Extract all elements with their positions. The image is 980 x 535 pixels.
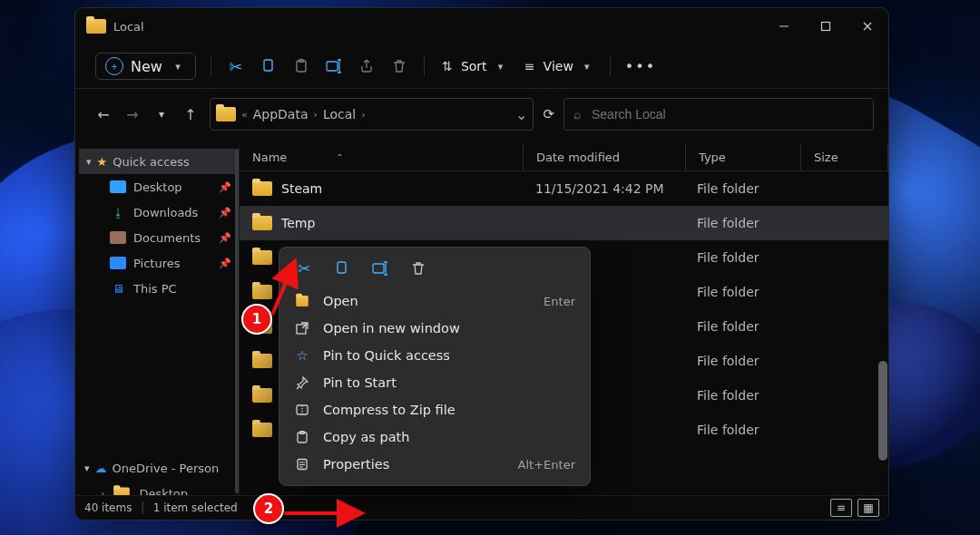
refresh-button[interactable]: ⟳ <box>543 106 554 122</box>
folder-icon <box>252 250 272 265</box>
sidebar-item-label: Documents <box>133 231 201 245</box>
search-box[interactable]: ⌕ <box>564 98 874 131</box>
column-type[interactable]: Type <box>686 143 801 170</box>
sidebar-group-quick-access[interactable]: ▾ ★ Quick access <box>79 149 239 174</box>
share-icon[interactable] <box>357 56 377 76</box>
onedrive-label: OneDrive - Person <box>113 462 220 475</box>
new-label: New <box>131 58 162 75</box>
back-button[interactable]: ← <box>93 106 113 123</box>
copy-icon[interactable] <box>259 56 279 76</box>
table-row[interactable]: Steam 11/15/2021 4:42 PM File folder <box>240 171 888 206</box>
search-input[interactable] <box>590 106 864 122</box>
sidebar-item-documents[interactable]: Documents 📌 <box>79 225 239 250</box>
context-item-properties[interactable]: Properties Alt+Enter <box>285 451 584 478</box>
breadcrumb-part[interactable]: AppData <box>253 107 309 122</box>
context-item-label: Pin to Quick access <box>323 348 450 363</box>
sidebar: ▾ ★ Quick access Desktop 📌 ⭳ Downloads 📌… <box>75 143 240 499</box>
title-bar[interactable]: Local <box>75 8 888 44</box>
breadcrumb[interactable]: « AppData › Local › ⌄ <box>210 98 534 131</box>
context-item-open-in-new-window[interactable]: Open in new window <box>285 315 584 342</box>
context-item-pin-to-quick-access[interactable]: ☆ Pin to Quick access <box>285 342 584 369</box>
pin-icon <box>294 375 310 390</box>
close-button[interactable] <box>847 8 888 44</box>
up-button[interactable]: ↑ <box>181 106 201 123</box>
context-menu: ✂ Open Enter Open in new window ☆ Pin to… <box>279 247 591 486</box>
context-quick-actions: ✂ <box>285 253 584 287</box>
context-item-pin-to-start[interactable]: Pin to Start <box>285 369 584 396</box>
sidebar-scrollbar[interactable] <box>235 149 239 493</box>
annotation-1: 1 <box>241 304 272 335</box>
svg-rect-6 <box>338 262 346 273</box>
column-headers: Name⌃ Date modified Type Size <box>240 143 888 171</box>
window-title: Local <box>113 20 144 34</box>
chevron-down-icon: ▾ <box>84 462 90 474</box>
cut-icon[interactable]: ✂ <box>226 56 246 76</box>
rename-icon[interactable] <box>368 258 392 278</box>
divider <box>424 56 425 76</box>
chevron-down-icon: ▾ <box>493 58 509 74</box>
more-button[interactable]: ••• <box>625 58 656 75</box>
sidebar-group-onedrive[interactable]: ▾ ☁ OneDrive - Person <box>79 455 239 481</box>
svg-rect-0 <box>822 23 830 31</box>
column-size[interactable]: Size <box>801 143 888 170</box>
svg-rect-5 <box>327 62 338 71</box>
forward-button[interactable]: → <box>122 106 142 123</box>
paste-icon[interactable] <box>291 56 311 76</box>
copy-icon[interactable] <box>330 258 354 278</box>
delete-icon[interactable] <box>389 56 409 76</box>
context-item-open[interactable]: Open Enter <box>285 287 584 315</box>
context-item-label: Compress to Zip file <box>323 403 456 417</box>
quick-access-label: Quick access <box>113 155 190 169</box>
file-type: File folder <box>697 250 760 265</box>
plus-circle-icon: ＋ <box>105 57 123 75</box>
file-type: File folder <box>697 319 760 334</box>
file-type: File folder <box>697 388 760 403</box>
context-item-shortcut: Alt+Enter <box>518 458 575 472</box>
folder-icon <box>252 423 272 437</box>
context-item-label: Open in new window <box>323 321 460 336</box>
divider <box>610 56 611 76</box>
column-date[interactable]: Date modified <box>524 143 686 170</box>
zip-icon <box>294 403 310 417</box>
history-dropdown[interactable]: ▾ <box>152 108 172 121</box>
maximize-button[interactable] <box>805 8 847 44</box>
sidebar-item-downloads[interactable]: ⭳ Downloads 📌 <box>79 199 239 225</box>
breadcrumb-part[interactable]: Local <box>323 107 356 122</box>
annotation-arrow-1 <box>270 262 307 320</box>
sort-dropdown[interactable]: ⇅ Sort ▾ <box>439 58 509 74</box>
view-icon: ≡ <box>522 58 538 74</box>
pin-icon: 📌 <box>219 232 231 244</box>
new-button[interactable]: ＋ New ▾ <box>95 53 196 80</box>
file-name: Temp <box>281 216 315 230</box>
minimize-button[interactable] <box>763 8 805 44</box>
nav-controls: ← → ▾ ↑ <box>93 106 201 123</box>
context-item-copy-as-path[interactable]: Copy as path <box>285 423 584 451</box>
context-item-label: Properties <box>323 457 389 472</box>
folder-icon <box>252 285 272 299</box>
delete-icon[interactable] <box>407 258 430 278</box>
sidebar-item-this-pc[interactable]: 🖥 This PC <box>79 276 239 301</box>
breadcrumb-overflow[interactable]: « <box>241 109 248 121</box>
status-count: 40 items <box>84 501 132 514</box>
folder-icon <box>252 216 272 230</box>
sidebar-item-desktop[interactable]: Desktop 📌 <box>79 174 239 199</box>
view-details-toggle[interactable]: ≡ <box>830 499 852 517</box>
file-list-scrollbar[interactable] <box>878 170 887 497</box>
column-name[interactable]: Name⌃ <box>240 143 524 170</box>
properties-icon <box>294 457 310 472</box>
breadcrumb-dropdown[interactable]: ⌄ <box>515 106 527 123</box>
sort-caret-icon: ⌃ <box>336 152 343 162</box>
file-name: Steam <box>281 181 322 196</box>
table-row[interactable]: Temp File folder <box>240 206 888 240</box>
view-thumbnails-toggle[interactable]: ▦ <box>858 499 879 517</box>
rename-icon[interactable] <box>324 56 344 76</box>
context-item-compress-to-zip-file[interactable]: Compress to Zip file <box>285 396 584 423</box>
file-type: File folder <box>697 216 760 230</box>
sidebar-item-label: Downloads <box>133 206 198 219</box>
window-icon <box>86 19 106 34</box>
sidebar-item-pictures[interactable]: Pictures 📌 <box>79 250 239 276</box>
folder-icon <box>216 107 236 122</box>
view-dropdown[interactable]: ≡ View ▾ <box>522 58 595 74</box>
file-type: File folder <box>697 423 760 437</box>
star-icon: ☆ <box>294 348 310 363</box>
